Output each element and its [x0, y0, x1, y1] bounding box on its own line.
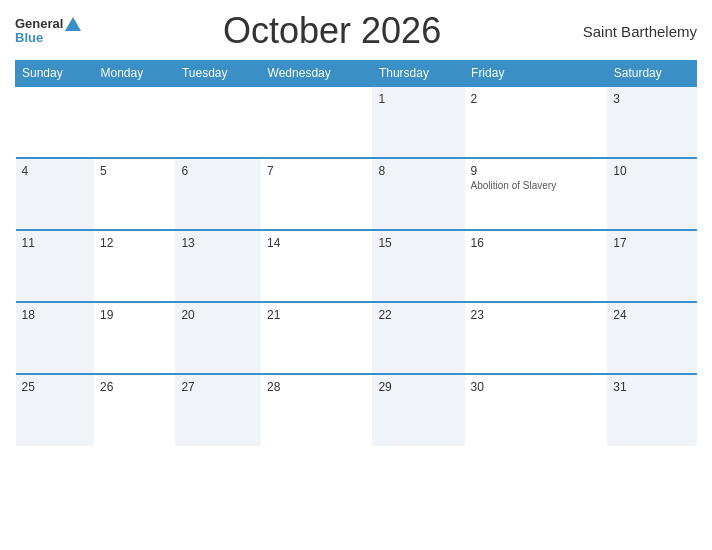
month-title: October 2026 [223, 10, 441, 52]
weekday-header: Monday [94, 61, 175, 87]
region-label: Saint Barthelemy [583, 23, 697, 40]
calendar-day-cell: 6 [175, 158, 261, 230]
weekday-header: Friday [465, 61, 608, 87]
day-number: 21 [267, 308, 366, 322]
calendar-day-cell: 15 [372, 230, 464, 302]
calendar-day-cell: 23 [465, 302, 608, 374]
day-number: 26 [100, 380, 169, 394]
calendar-day-cell: 7 [261, 158, 372, 230]
calendar-table: SundayMondayTuesdayWednesdayThursdayFrid… [15, 60, 697, 446]
calendar-week-row: 123 [16, 86, 697, 158]
day-number: 24 [613, 308, 690, 322]
calendar-day-cell: 31 [607, 374, 696, 446]
day-number: 17 [613, 236, 690, 250]
day-number: 9 [471, 164, 602, 178]
day-number: 1 [378, 92, 458, 106]
day-number: 7 [267, 164, 366, 178]
weekday-header: Sunday [16, 61, 95, 87]
day-number: 11 [22, 236, 89, 250]
calendar-week-row: 11121314151617 [16, 230, 697, 302]
calendar-day-cell: 3 [607, 86, 696, 158]
event-label: Abolition of Slavery [471, 180, 602, 191]
weekday-header: Tuesday [175, 61, 261, 87]
calendar-day-cell: 27 [175, 374, 261, 446]
calendar-day-cell: 14 [261, 230, 372, 302]
day-number: 27 [181, 380, 255, 394]
day-number: 19 [100, 308, 169, 322]
day-number: 8 [378, 164, 458, 178]
calendar-day-cell: 19 [94, 302, 175, 374]
day-number: 6 [181, 164, 255, 178]
weekday-header: Thursday [372, 61, 464, 87]
calendar-day-cell [16, 86, 95, 158]
day-number: 31 [613, 380, 690, 394]
calendar-day-cell: 4 [16, 158, 95, 230]
day-number: 22 [378, 308, 458, 322]
calendar-day-cell: 25 [16, 374, 95, 446]
day-number: 5 [100, 164, 169, 178]
calendar-day-cell [94, 86, 175, 158]
day-number: 4 [22, 164, 89, 178]
calendar-day-cell [261, 86, 372, 158]
calendar-day-cell: 21 [261, 302, 372, 374]
calendar-day-cell: 5 [94, 158, 175, 230]
calendar-wrapper: General Blue October 2026 Saint Barthele… [0, 0, 712, 550]
day-number: 12 [100, 236, 169, 250]
day-number: 13 [181, 236, 255, 250]
calendar-day-cell: 30 [465, 374, 608, 446]
day-number: 10 [613, 164, 690, 178]
calendar-day-cell: 8 [372, 158, 464, 230]
logo-triangle-icon [65, 17, 81, 31]
calendar-day-cell [175, 86, 261, 158]
calendar-body: 123456789Abolition of Slavery10111213141… [16, 86, 697, 446]
logo: General Blue [15, 17, 81, 46]
calendar-day-cell: 24 [607, 302, 696, 374]
day-number: 3 [613, 92, 690, 106]
weekday-header: Saturday [607, 61, 696, 87]
calendar-day-cell: 28 [261, 374, 372, 446]
calendar-day-cell: 2 [465, 86, 608, 158]
day-number: 20 [181, 308, 255, 322]
days-header: SundayMondayTuesdayWednesdayThursdayFrid… [16, 61, 697, 87]
calendar-day-cell: 16 [465, 230, 608, 302]
day-number: 14 [267, 236, 366, 250]
day-number: 18 [22, 308, 89, 322]
day-number: 16 [471, 236, 602, 250]
weekday-header: Wednesday [261, 61, 372, 87]
day-number: 29 [378, 380, 458, 394]
calendar-header-row: SundayMondayTuesdayWednesdayThursdayFrid… [16, 61, 697, 87]
day-number: 2 [471, 92, 602, 106]
calendar-day-cell: 1 [372, 86, 464, 158]
calendar-day-cell: 18 [16, 302, 95, 374]
calendar-week-row: 25262728293031 [16, 374, 697, 446]
calendar-day-cell: 11 [16, 230, 95, 302]
calendar-day-cell: 10 [607, 158, 696, 230]
day-number: 15 [378, 236, 458, 250]
logo-block: General Blue [15, 17, 81, 46]
day-number: 23 [471, 308, 602, 322]
calendar-day-cell: 26 [94, 374, 175, 446]
day-number: 25 [22, 380, 89, 394]
day-number: 30 [471, 380, 602, 394]
logo-line1: General [15, 17, 81, 31]
calendar-week-row: 456789Abolition of Slavery10 [16, 158, 697, 230]
calendar-day-cell: 13 [175, 230, 261, 302]
calendar-day-cell: 17 [607, 230, 696, 302]
calendar-day-cell: 29 [372, 374, 464, 446]
calendar-day-cell: 22 [372, 302, 464, 374]
day-number: 28 [267, 380, 366, 394]
logo-blue: Blue [15, 31, 81, 45]
logo-general: General [15, 17, 63, 31]
calendar-day-cell: 9Abolition of Slavery [465, 158, 608, 230]
calendar-week-row: 18192021222324 [16, 302, 697, 374]
calendar-day-cell: 20 [175, 302, 261, 374]
calendar-header: General Blue October 2026 Saint Barthele… [15, 10, 697, 52]
calendar-day-cell: 12 [94, 230, 175, 302]
